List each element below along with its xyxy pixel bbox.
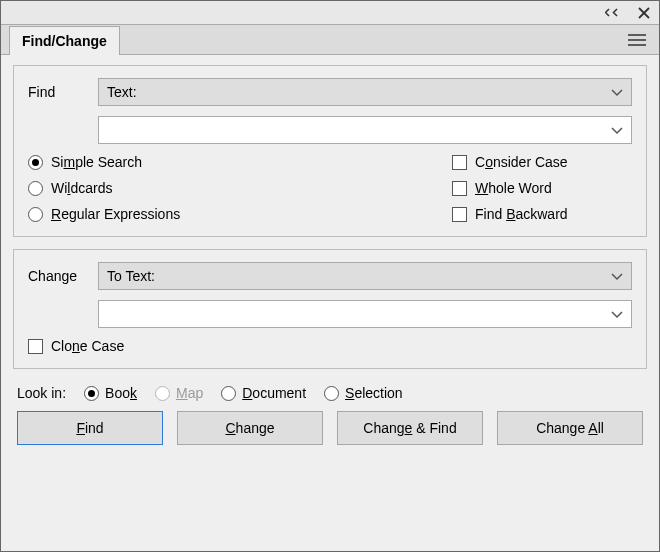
close-icon[interactable] bbox=[637, 6, 651, 20]
radio-icon bbox=[155, 386, 170, 401]
radio-regular-expressions[interactable]: Regular Expressions bbox=[28, 206, 452, 222]
change-mode-dropdown[interactable]: To Text: bbox=[98, 262, 632, 290]
chevron-down-icon bbox=[611, 122, 623, 138]
button-row: Find Change Change & Find Change All bbox=[13, 411, 647, 445]
checkbox-consider-case[interactable]: Consider Case bbox=[452, 154, 632, 170]
change-and-find-button[interactable]: Change & Find bbox=[337, 411, 483, 445]
find-button[interactable]: Find bbox=[17, 411, 163, 445]
radio-simple-search[interactable]: Simple Search bbox=[28, 154, 452, 170]
checkbox-icon bbox=[452, 207, 467, 222]
find-text-input[interactable] bbox=[98, 116, 632, 144]
dialog-content: Find Text: bbox=[1, 55, 659, 455]
chevron-down-icon bbox=[611, 306, 623, 322]
tab-label: Find/Change bbox=[22, 33, 107, 49]
change-text-input[interactable] bbox=[98, 300, 632, 328]
titlebar bbox=[1, 1, 659, 25]
chevron-down-icon bbox=[611, 84, 623, 100]
find-mode-dropdown[interactable]: Text: bbox=[98, 78, 632, 106]
find-change-dialog: Find/Change Find Text: bbox=[0, 0, 660, 552]
radio-icon bbox=[221, 386, 236, 401]
collapse-icon[interactable] bbox=[605, 7, 625, 19]
change-all-button[interactable]: Change All bbox=[497, 411, 643, 445]
look-in-row: Look in: Book Map Document Selection bbox=[13, 381, 647, 411]
tab-find-change[interactable]: Find/Change bbox=[9, 26, 120, 55]
radio-icon bbox=[84, 386, 99, 401]
checkbox-icon bbox=[28, 339, 43, 354]
find-mode-value: Text: bbox=[107, 84, 137, 100]
checkbox-icon bbox=[452, 155, 467, 170]
radio-icon bbox=[28, 181, 43, 196]
radio-look-in-selection[interactable]: Selection bbox=[324, 385, 403, 401]
radio-icon bbox=[28, 207, 43, 222]
menu-icon[interactable] bbox=[627, 33, 651, 54]
radio-wildcards[interactable]: Wildcards bbox=[28, 180, 452, 196]
radio-look-in-document[interactable]: Document bbox=[221, 385, 306, 401]
checkbox-icon bbox=[452, 181, 467, 196]
checkbox-find-backward[interactable]: Find Backward bbox=[452, 206, 632, 222]
checkbox-whole-word[interactable]: Whole Word bbox=[452, 180, 632, 196]
chevron-down-icon bbox=[611, 268, 623, 284]
radio-icon bbox=[324, 386, 339, 401]
change-label: Change bbox=[28, 268, 98, 284]
radio-look-in-map: Map bbox=[155, 385, 203, 401]
radio-icon bbox=[28, 155, 43, 170]
find-label: Find bbox=[28, 84, 98, 100]
find-group: Find Text: bbox=[13, 65, 647, 237]
checkbox-clone-case[interactable]: Clone Case bbox=[28, 338, 632, 354]
change-mode-value: To Text: bbox=[107, 268, 155, 284]
radio-look-in-book[interactable]: Book bbox=[84, 385, 137, 401]
change-group: Change To Text: Clo bbox=[13, 249, 647, 369]
change-button[interactable]: Change bbox=[177, 411, 323, 445]
tab-strip: Find/Change bbox=[1, 25, 659, 55]
look-in-label: Look in: bbox=[17, 385, 66, 401]
